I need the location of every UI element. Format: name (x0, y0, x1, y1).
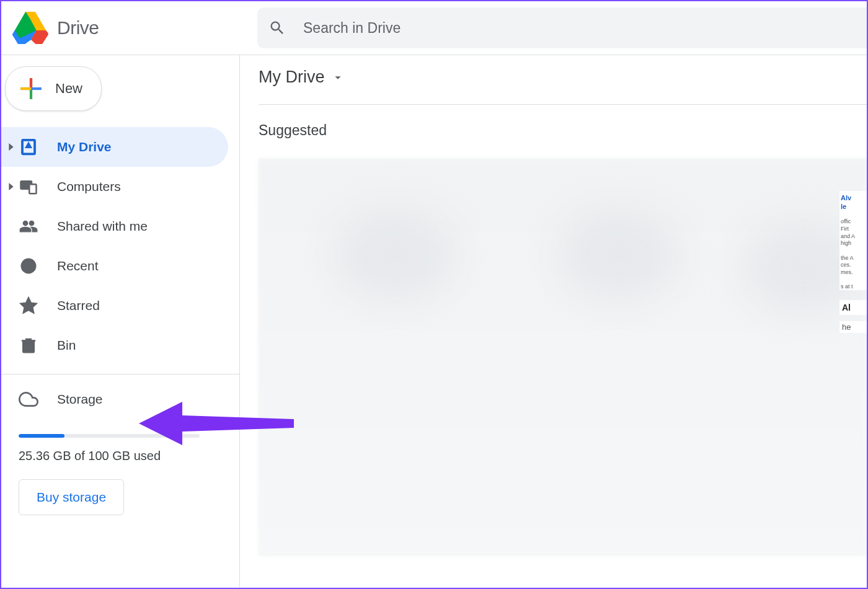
document-subtitle-fragment: he (839, 321, 867, 333)
nav: My Drive Computers Shared with me (1, 127, 239, 365)
buy-storage-button[interactable]: Buy storage (19, 479, 124, 515)
svg-marker-17 (9, 183, 13, 190)
sidebar-item-label: My Drive (57, 140, 112, 154)
sidebar-item-label: Computers (57, 179, 121, 194)
sidebar-item-label: Recent (57, 259, 99, 273)
storage-bar-fill (19, 434, 64, 438)
main-content: My Drive Suggested AlvleofficFirtand Ahi… (240, 55, 867, 587)
app-logo-wrap[interactable]: Drive (12, 10, 257, 46)
svg-marker-16 (9, 143, 13, 151)
svg-rect-19 (29, 184, 36, 193)
suggested-content-area: AlvleofficFirtand Ahighthe Aces.mes.s at… (259, 159, 867, 556)
storage-bar (19, 434, 200, 438)
sidebar-item-label: Bin (57, 338, 76, 353)
search-icon (268, 19, 286, 37)
main-divider (259, 104, 867, 105)
computers-icon (19, 177, 38, 197)
storage-section: Storage 25.36 GB of 100 GB used Buy stor… (1, 374, 239, 515)
sidebar-item-storage[interactable]: Storage (19, 389, 222, 409)
star-icon (19, 296, 38, 316)
bin-icon (19, 335, 38, 355)
sidebar-item-my-drive[interactable]: My Drive (1, 127, 228, 167)
sidebar: New My Drive Computers (1, 55, 240, 587)
sidebar-item-bin[interactable]: Bin (1, 326, 228, 365)
app-name: Drive (57, 17, 99, 38)
new-button[interactable]: New (5, 66, 102, 111)
breadcrumb-label: My Drive (259, 68, 325, 87)
search-bar[interactable] (257, 7, 867, 48)
storage-used-text: 25.36 GB of 100 GB used (19, 449, 222, 463)
new-button-label: New (55, 81, 82, 97)
storage-label: Storage (57, 392, 103, 407)
header: Drive (1, 1, 867, 55)
sidebar-item-label: Starred (57, 298, 100, 313)
document-title-fragment: Al (839, 300, 867, 315)
document-preview-fragment: AlvleofficFirtand Ahighthe Aces.mes.s at… (839, 191, 867, 290)
chevron-down-icon (331, 71, 345, 84)
sidebar-item-label: Shared with me (57, 219, 148, 234)
expand-caret-icon[interactable] (4, 183, 19, 190)
cloud-icon (19, 389, 38, 409)
my-drive-icon (19, 137, 38, 157)
drive-logo-icon (12, 10, 48, 46)
expand-caret-icon[interactable] (4, 143, 19, 151)
sidebar-item-computers[interactable]: Computers (1, 167, 228, 206)
svg-rect-15 (20, 87, 31, 90)
svg-rect-13 (30, 78, 32, 89)
plus-icon (19, 77, 43, 100)
shared-icon (19, 216, 38, 236)
recent-icon (19, 256, 38, 276)
breadcrumb[interactable]: My Drive (259, 68, 867, 104)
suggested-heading: Suggested (259, 122, 867, 139)
sidebar-item-starred[interactable]: Starred (1, 286, 228, 326)
sidebar-item-shared[interactable]: Shared with me (1, 206, 228, 246)
sidebar-item-recent[interactable]: Recent (1, 246, 228, 286)
svg-marker-21 (21, 298, 37, 313)
search-input[interactable] (303, 20, 856, 37)
